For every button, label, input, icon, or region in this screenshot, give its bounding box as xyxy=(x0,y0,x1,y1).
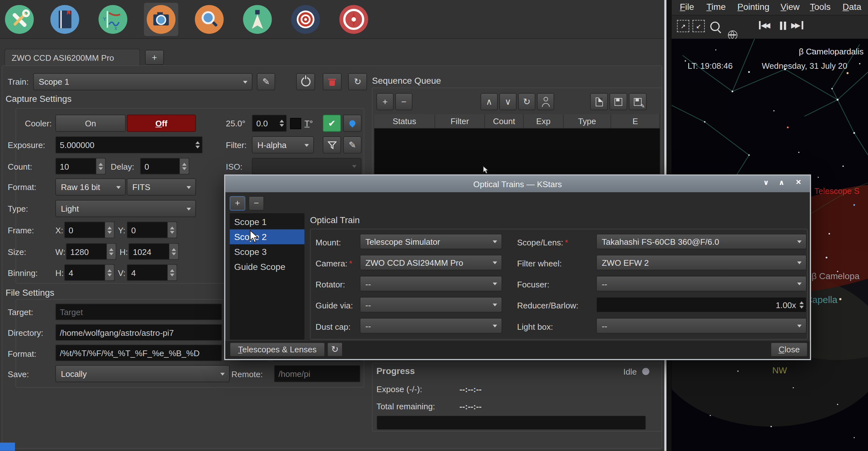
edit-train-button[interactable]: ✎ xyxy=(257,73,275,90)
focuser-select[interactable]: -- xyxy=(596,276,807,292)
queue-saveas-button[interactable]: ✎ xyxy=(629,93,647,110)
bin-h-spin[interactable] xyxy=(105,265,114,280)
remote-input[interactable]: /home/pi xyxy=(274,365,361,382)
dust-cap-select[interactable]: -- xyxy=(360,318,502,334)
directory-input[interactable]: /home/wolfgang/astro/astro-pi7 xyxy=(55,324,222,340)
file-format-input[interactable]: /%t/%T/%F/%t_%T_%F_%e_%B_%D xyxy=(55,345,222,361)
filter-edit-button[interactable]: ✎ xyxy=(343,136,361,153)
size-w-input[interactable]: 1280 xyxy=(66,243,116,260)
frame-x-spin[interactable] xyxy=(105,222,114,238)
telescopes-lenses-button[interactable]: Telescopes & Lenses xyxy=(230,342,325,357)
bin-h-input[interactable]: 4 xyxy=(64,264,115,281)
delay-spin[interactable] xyxy=(179,158,189,174)
mount-select[interactable]: Telescope Simulator xyxy=(360,234,502,249)
zoom-in-icon[interactable]: ↗ xyxy=(677,20,689,32)
size-h-spin[interactable] xyxy=(169,244,179,260)
queue-table-body[interactable] xyxy=(374,128,660,174)
module-analyze-tab[interactable]: Yx xyxy=(96,3,130,36)
zoom-out-icon[interactable]: ↙ xyxy=(692,20,705,32)
cooler-off-button[interactable]: Off xyxy=(127,115,196,132)
frame-x-input[interactable]: 0 xyxy=(64,221,115,238)
power-button[interactable] xyxy=(296,73,315,90)
frame-y-input[interactable]: 0 xyxy=(127,221,177,238)
guide-via-select[interactable]: -- xyxy=(360,297,502,312)
format-select[interactable]: Raw 16 bit xyxy=(55,178,126,196)
menu-file[interactable]: File xyxy=(680,2,694,12)
scope-lens-select[interactable]: Takahashi FS-60CB 360@F/6.0 xyxy=(596,234,807,249)
module-capture-tab[interactable] xyxy=(144,3,179,36)
train-add-button[interactable]: + xyxy=(230,196,245,210)
camera-tab[interactable]: ZWO CCD ASI6200MM Pro xyxy=(4,49,140,66)
dialog-titlebar[interactable]: Optical Trains — KStars ∨ ∧ × xyxy=(225,176,810,192)
bin-v-spin[interactable] xyxy=(167,265,177,280)
queue-col-count[interactable]: Count xyxy=(485,114,524,128)
refresh-trains-button[interactable]: ↻ xyxy=(327,342,343,357)
menu-time[interactable]: Time xyxy=(706,2,726,12)
temperature-input[interactable]: 0.0 xyxy=(252,115,287,132)
queue-load-button[interactable] xyxy=(590,93,608,110)
count-spin[interactable] xyxy=(96,158,105,174)
queue-col-status[interactable]: Status xyxy=(374,114,435,128)
bin-v-input[interactable]: 4 xyxy=(127,264,177,281)
forward-time-button[interactable]: ▶▶ xyxy=(791,21,803,29)
menu-pointing[interactable]: Pointing xyxy=(737,2,769,12)
find-object-icon[interactable] xyxy=(710,22,720,31)
exposure-spin[interactable] xyxy=(193,137,202,153)
train-list-item[interactable]: Scope 3 xyxy=(230,244,304,260)
dew-heater-button[interactable] xyxy=(343,115,361,132)
rotator-select[interactable]: -- xyxy=(360,276,502,292)
reducer-spin[interactable] xyxy=(797,298,806,312)
temperature-checkbox[interactable] xyxy=(290,118,301,129)
queue-observer-button[interactable] xyxy=(537,93,554,110)
queue-col-extras[interactable]: E xyxy=(611,114,660,128)
target-input[interactable]: Target xyxy=(55,304,222,320)
train-list-item-selected[interactable]: Scope 2 xyxy=(230,230,304,244)
queue-save-button[interactable] xyxy=(610,93,627,110)
delay-input[interactable]: 0 xyxy=(140,158,189,174)
pause-time-button[interactable] xyxy=(780,22,786,30)
menu-view[interactable]: View xyxy=(780,2,800,12)
camera-select[interactable]: ZWO CCD ASI294MM Pro xyxy=(360,255,502,271)
module-setup-tab[interactable] xyxy=(2,3,37,36)
queue-col-exp[interactable]: Exp xyxy=(524,114,564,128)
queue-col-filter[interactable]: Filter xyxy=(435,114,485,128)
temperature-spin[interactable] xyxy=(277,115,286,131)
filter-select[interactable]: H-alpha xyxy=(252,136,314,153)
type-select[interactable]: Light xyxy=(55,200,196,217)
module-focus-tab[interactable] xyxy=(192,3,226,36)
light-box-select[interactable]: -- xyxy=(596,318,807,334)
exposure-input[interactable]: 5.000000 xyxy=(55,136,203,153)
close-button[interactable]: Close xyxy=(771,342,808,357)
rewind-time-button[interactable]: ◀◀ xyxy=(759,21,769,29)
menu-data[interactable]: Data xyxy=(842,2,861,12)
encoding-select[interactable]: FITS xyxy=(127,178,196,196)
add-camera-button[interactable]: + xyxy=(145,50,164,65)
queue-down-button[interactable]: ∨ xyxy=(499,93,517,110)
queue-remove-button[interactable]: − xyxy=(395,93,412,110)
menu-tools[interactable]: Tools xyxy=(810,2,831,12)
delete-button[interactable] xyxy=(323,73,342,90)
filter-manager-button[interactable] xyxy=(323,136,341,153)
size-h-input[interactable]: 1024 xyxy=(128,243,179,260)
train-list-item[interactable]: Scope 1 xyxy=(230,214,304,230)
count-input[interactable]: 10 xyxy=(55,158,105,174)
size-w-spin[interactable] xyxy=(106,244,116,260)
train-select[interactable]: Scope 1 xyxy=(33,73,252,90)
close-window-button[interactable]: × xyxy=(796,177,801,187)
reducer-input[interactable]: 1.00x xyxy=(596,297,807,312)
module-mount-tab[interactable] xyxy=(240,3,275,36)
frame-y-spin[interactable] xyxy=(167,222,177,238)
minimize-button[interactable]: ∨ xyxy=(763,178,769,186)
train-list-item[interactable]: Guide Scope xyxy=(230,260,304,274)
queue-col-type[interactable]: Type xyxy=(564,114,611,128)
maximize-button[interactable]: ∧ xyxy=(779,178,784,186)
queue-add-button[interactable]: + xyxy=(377,93,394,110)
reset-button[interactable]: ↻ xyxy=(348,73,367,90)
module-align-tab[interactable] xyxy=(288,3,323,36)
save-select[interactable]: Locally xyxy=(55,365,230,382)
module-guide-tab[interactable] xyxy=(337,3,371,36)
queue-up-button[interactable]: ∧ xyxy=(480,93,498,110)
module-scheduler-tab[interactable] xyxy=(48,3,82,36)
cooler-on-button[interactable]: On xyxy=(55,115,126,132)
cooler-confirm-button[interactable]: ✔ xyxy=(323,115,341,132)
